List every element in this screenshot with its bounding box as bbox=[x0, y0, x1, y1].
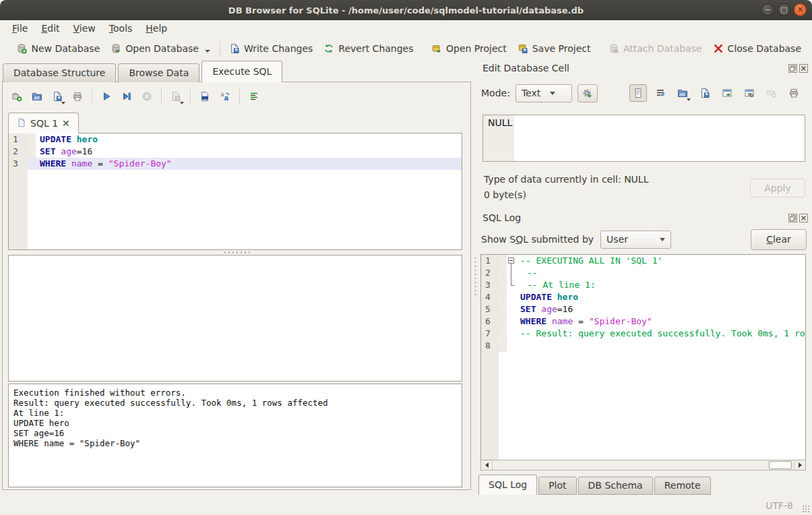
mode-combobox[interactable]: Text bbox=[516, 84, 572, 102]
fold-marker-icon[interactable] bbox=[507, 255, 516, 267]
set-null-button[interactable] bbox=[763, 84, 780, 102]
dropdown-arrow-icon[interactable] bbox=[687, 98, 691, 101]
dock-tab-sql-log[interactable]: SQL Log bbox=[478, 475, 537, 495]
format-sql-icon: aa bbox=[220, 91, 230, 102]
minimize-button[interactable]: − bbox=[761, 3, 774, 16]
code-text bbox=[516, 340, 805, 352]
new-database-button[interactable]: New Database bbox=[11, 40, 105, 57]
save-project-button[interactable]: Save Project bbox=[512, 40, 596, 57]
sql-editor[interactable]: 1UPDATE hero2SET age=163WHERE name = "Sp… bbox=[8, 133, 462, 250]
results-grid[interactable] bbox=[8, 255, 462, 382]
tab-execute-sql[interactable]: Execute SQL bbox=[201, 61, 282, 82]
dropdown-arrow-icon[interactable] bbox=[180, 102, 184, 104]
fold-margin bbox=[499, 315, 507, 328]
gutter-fill bbox=[9, 170, 28, 250]
clear-log-button[interactable]: Clear bbox=[751, 229, 807, 250]
sql-log-view[interactable]: 1-- EXECUTING ALL IN 'SQL 1'2--3-- At li… bbox=[480, 254, 806, 460]
menu-tools[interactable]: Tools bbox=[102, 22, 139, 35]
find-in-sql-button[interactable] bbox=[196, 88, 214, 105]
cell-null-value: NULL bbox=[488, 117, 512, 128]
save-sql-file-button[interactable] bbox=[49, 88, 66, 105]
auto-complete-button[interactable] bbox=[245, 88, 263, 105]
sql-file-icon bbox=[17, 118, 26, 129]
close-dock-icon[interactable] bbox=[799, 64, 808, 73]
line-number: 1 bbox=[481, 255, 499, 267]
dock-tab-plot[interactable]: Plot bbox=[538, 477, 576, 495]
editor-results-splitter[interactable] bbox=[3, 250, 470, 254]
editor-empty-area[interactable] bbox=[36, 170, 462, 250]
code-text: WHERE name = "Spider-Boy" bbox=[516, 315, 805, 328]
format-sql-button[interactable]: aa bbox=[216, 88, 234, 105]
sql-log-dock-header: SQL Log bbox=[480, 212, 808, 224]
scrollbar-thumb[interactable] bbox=[769, 461, 792, 469]
fold-marker-icon bbox=[507, 279, 516, 291]
copy-link-button[interactable] bbox=[741, 84, 758, 102]
code-line: 5SET age=16 bbox=[481, 303, 805, 315]
print-cell-button[interactable] bbox=[785, 84, 803, 102]
tab-browse-data[interactable]: Browse Data bbox=[118, 63, 199, 82]
code-text: SET age=16 bbox=[516, 303, 805, 315]
close-dock-icon[interactable] bbox=[799, 214, 808, 222]
revert-changes-button[interactable]: Revert Changes bbox=[318, 40, 418, 57]
code-line: 8 bbox=[481, 340, 805, 352]
open-database-button[interactable]: Open Database bbox=[105, 40, 216, 57]
menu-file[interactable]: File bbox=[5, 22, 34, 35]
open-sql-file-button[interactable] bbox=[28, 88, 46, 105]
log-horizontal-scrollbar[interactable] bbox=[480, 460, 806, 471]
auto-apply-button[interactable] bbox=[577, 84, 598, 102]
word-wrap-button[interactable] bbox=[652, 84, 669, 102]
float-dock-icon[interactable] bbox=[788, 64, 797, 73]
open-sql-file-icon bbox=[32, 91, 42, 102]
execute-all-button[interactable] bbox=[98, 88, 115, 105]
dropdown-arrow-icon[interactable] bbox=[205, 50, 210, 53]
scroll-right-icon[interactable] bbox=[794, 460, 805, 470]
open-in-app-button[interactable] bbox=[718, 84, 736, 102]
chevron-down-icon bbox=[660, 238, 665, 241]
new-sql-tab-button[interactable] bbox=[8, 88, 26, 105]
svg-text:a: a bbox=[224, 94, 229, 102]
attach-database-button[interactable]: Attach Database bbox=[603, 40, 708, 57]
fold-margin bbox=[499, 279, 507, 291]
close-sql-tab-icon[interactable]: ✕ bbox=[62, 118, 70, 129]
tab-database-structure[interactable]: Database Structure bbox=[3, 63, 116, 82]
save-results-button[interactable] bbox=[167, 88, 185, 105]
sql-doc-tab[interactable]: SQL 1 ✕ bbox=[8, 113, 79, 133]
maximize-button[interactable]: □ bbox=[778, 3, 790, 16]
cell-editor[interactable]: NULL bbox=[482, 115, 805, 162]
fold-margin bbox=[499, 267, 507, 279]
code-line: 4UPDATE hero bbox=[481, 291, 805, 303]
log-filter-combobox[interactable]: User bbox=[600, 231, 671, 249]
execution-message: Execution finished without errors. Resul… bbox=[8, 384, 462, 487]
vertical-splitter[interactable] bbox=[472, 61, 478, 495]
titlebar[interactable]: DB Browser for SQLite - /home/user/code/… bbox=[0, 0, 812, 20]
dropdown-arrow-icon[interactable] bbox=[61, 102, 65, 104]
cell-editor-text[interactable] bbox=[514, 115, 805, 161]
close-database-button[interactable]: Close Database bbox=[708, 40, 807, 57]
line-number: 1 bbox=[9, 133, 28, 146]
toolbar-separator bbox=[239, 89, 240, 104]
import-data-button[interactable] bbox=[674, 84, 691, 102]
print-icon bbox=[72, 91, 83, 102]
log-filter-label: Show SQL submitted by bbox=[481, 234, 594, 245]
resize-grip[interactable] bbox=[802, 505, 810, 513]
dock-tab-remote[interactable]: Remote bbox=[654, 477, 711, 495]
menu-help[interactable]: Help bbox=[139, 22, 174, 35]
close-button[interactable]: ✕ bbox=[794, 3, 807, 16]
text-mode-button[interactable] bbox=[629, 84, 647, 102]
set-null-icon bbox=[766, 88, 777, 98]
menu-edit[interactable]: Edit bbox=[34, 22, 66, 35]
export-data-button[interactable] bbox=[696, 84, 714, 102]
float-dock-icon[interactable] bbox=[788, 214, 797, 222]
export-data-icon bbox=[699, 88, 710, 98]
dock-tab-bar: SQL LogPlotDB SchemaRemote bbox=[478, 475, 712, 495]
stop-execution-button[interactable] bbox=[138, 88, 156, 105]
scroll-left-icon[interactable] bbox=[481, 460, 493, 470]
menu-view[interactable]: View bbox=[67, 22, 102, 35]
execute-current-line-button[interactable] bbox=[118, 88, 135, 105]
print-button[interactable] bbox=[69, 88, 86, 105]
menubar: FileEditViewToolsHelp bbox=[0, 20, 812, 36]
apply-button[interactable]: Apply bbox=[750, 179, 805, 198]
dock-tab-db-schema[interactable]: DB Schema bbox=[578, 477, 653, 495]
write-changes-button[interactable]: Write Changes bbox=[224, 40, 318, 57]
open-project-button[interactable]: Open Project bbox=[426, 40, 512, 57]
